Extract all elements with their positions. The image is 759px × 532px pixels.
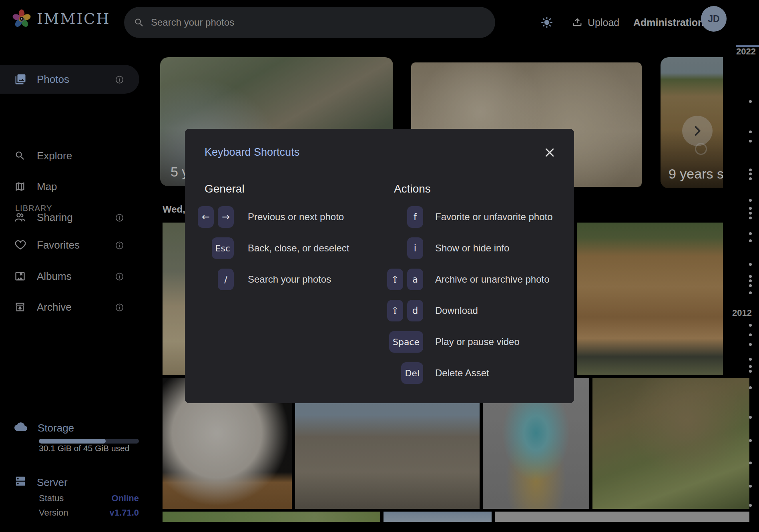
shortcut-label: Download bbox=[435, 305, 478, 316]
shortcut-row-delete: Del Delete Asset bbox=[374, 357, 554, 389]
close-icon bbox=[544, 147, 556, 159]
shortcut-label: Show or hide info bbox=[435, 243, 509, 254]
shortcut-row-download: ⇧ d Download bbox=[374, 295, 554, 326]
shortcut-columns: General ← → Previous or next photo Esc B bbox=[205, 181, 554, 389]
key-del: Del bbox=[401, 362, 423, 384]
shortcut-row-prev-next: ← → Previous or next photo bbox=[205, 201, 374, 233]
key-i: i bbox=[407, 237, 423, 259]
general-column: General ← → Previous or next photo Esc B bbox=[205, 181, 374, 389]
shortcut-label: Favorite or unfavorite photo bbox=[435, 211, 553, 223]
shortcut-row-search: / Search your photos bbox=[205, 264, 374, 295]
shortcut-label: Delete Asset bbox=[435, 367, 489, 379]
shortcut-label: Previous or next photo bbox=[248, 211, 344, 223]
shortcut-row-play-pause: Space Play or pause video bbox=[374, 326, 554, 357]
keyboard-shortcuts-modal: Keyboard Shortcuts General ← → Previous … bbox=[185, 129, 574, 403]
shortcut-row-favorite: f Favorite or unfavorite photo bbox=[374, 201, 554, 233]
key-f: f bbox=[407, 206, 423, 228]
modal-close-button[interactable] bbox=[540, 143, 559, 162]
key-shift: ⇧ bbox=[387, 300, 403, 321]
column-header: Actions bbox=[374, 181, 554, 197]
immich-app: 5 y 9 years si Wed, 2022 2012 bbox=[0, 0, 759, 532]
shortcut-row-info: i Show or hide info bbox=[374, 233, 554, 264]
key-d: d bbox=[407, 300, 423, 321]
shortcut-label: Archive or unarchive photo bbox=[435, 274, 550, 285]
shortcut-label: Search your photos bbox=[248, 274, 331, 285]
key-space: Space bbox=[389, 331, 423, 353]
shortcut-row-escape: Esc Back, close, or deselect bbox=[205, 233, 374, 264]
modal-title: Keyboard Shortcuts bbox=[205, 146, 554, 159]
key-left-arrow: ← bbox=[198, 206, 214, 228]
key-slash: / bbox=[218, 269, 234, 290]
shortcut-row-archive: ⇧ a Archive or unarchive photo bbox=[374, 264, 554, 295]
shortcut-label: Play or pause video bbox=[435, 336, 520, 347]
key-a: a bbox=[407, 269, 423, 290]
shortcut-label: Back, close, or deselect bbox=[248, 243, 349, 254]
key-esc: Esc bbox=[212, 237, 234, 259]
key-shift: ⇧ bbox=[387, 269, 403, 290]
key-right-arrow: → bbox=[218, 206, 234, 228]
actions-column: Actions f Favorite or unfavorite photo i… bbox=[374, 181, 554, 389]
column-header: General bbox=[205, 181, 374, 197]
